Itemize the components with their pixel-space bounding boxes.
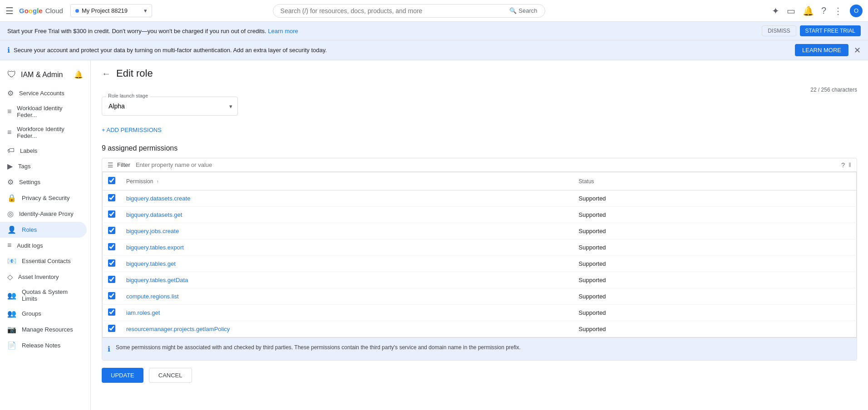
row-checkbox-cell xyxy=(103,190,121,207)
permissions-table: Permission ↑ Status bigquery.datasets.cr… xyxy=(102,172,857,337)
learn-more-link[interactable]: Learn more xyxy=(268,28,298,34)
row-checkbox-cell xyxy=(103,239,121,256)
sidebar-item-labels[interactable]: 🏷 Labels xyxy=(0,143,87,158)
permission-link-4[interactable]: bigquery.tables.get xyxy=(126,260,176,267)
nav-actions: ✦ ▭ 🔔 ? ⋮ O xyxy=(772,5,863,17)
sidebar-item-tags[interactable]: ▶ Tags xyxy=(0,158,87,174)
free-trial-banner: Start your Free Trial with $300 in credi… xyxy=(0,22,868,40)
sidebar-item-service-accounts[interactable]: ⚙ Service Accounts xyxy=(0,85,87,101)
update-button[interactable]: UPDATE xyxy=(102,368,143,383)
filter-icon: ☰ xyxy=(108,161,113,169)
row-checkbox-cell xyxy=(103,207,121,223)
sidebar-item-asset-inventory[interactable]: ◇ Asset Inventory xyxy=(0,269,87,285)
row-checkbox-1[interactable] xyxy=(108,210,115,218)
sidebar-item-settings[interactable]: ⚙ Settings xyxy=(0,174,87,190)
asset-inventory-icon: ◇ xyxy=(7,273,13,281)
sidebar-item-quotas-system-limits[interactable]: 👥 Quotas & System Limits xyxy=(0,285,87,306)
permission-link-1[interactable]: bigquery.datasets.get xyxy=(126,211,182,218)
sidebar-item-label-workload-identity-fed: Workload Identity Feder... xyxy=(17,105,79,118)
table-row: bigquery.tables.export Supported xyxy=(103,239,857,256)
permission-link-5[interactable]: bigquery.tables.getData xyxy=(126,277,188,283)
add-permissions-button[interactable]: + ADD PERMISSIONS xyxy=(102,123,162,137)
service-accounts-icon: ⚙ xyxy=(7,89,14,98)
permission-link-0[interactable]: bigquery.datasets.create xyxy=(126,195,190,202)
permission-link-7[interactable]: iam.roles.get xyxy=(126,309,160,316)
header-permission-col[interactable]: Permission ↑ xyxy=(121,172,573,190)
release-notes-icon: 📄 xyxy=(7,341,16,350)
row-checkbox-6[interactable] xyxy=(108,292,115,299)
row-checkbox-3[interactable] xyxy=(108,243,115,250)
settings-icon: ⚙ xyxy=(7,178,14,186)
row-permission-cell: bigquery.jobs.create xyxy=(121,223,573,239)
row-checkbox-5[interactable] xyxy=(108,276,115,283)
permission-link-8[interactable]: resourcemanager.projects.getIamPolicy xyxy=(126,326,230,332)
permission-link-3[interactable]: bigquery.tables.export xyxy=(126,244,184,251)
banner-security-text: Secure your account and protect your dat… xyxy=(14,47,327,54)
row-checkbox-cell xyxy=(103,223,121,239)
filter-columns-icon[interactable]: ⦀ xyxy=(848,161,851,169)
sidebar-item-workforce-identity-fed[interactable]: ≡ Workforce Identity Feder... xyxy=(0,122,87,143)
learn-more-button[interactable]: LEARN MORE xyxy=(795,44,848,56)
sidebar-title: IAM & Admin xyxy=(21,71,63,79)
start-free-trial-button[interactable]: START FREE TRIAL xyxy=(800,25,861,36)
bottom-actions: UPDATE CANCEL xyxy=(102,361,857,390)
sidebar-item-privacy-security[interactable]: 🔒 Privacy & Security xyxy=(0,190,87,206)
filter-help-icon[interactable]: ? xyxy=(841,161,845,169)
page-title: Edit role xyxy=(116,68,153,79)
permission-col-label: Permission xyxy=(126,178,153,185)
search-input[interactable] xyxy=(281,7,510,15)
row-checkbox-8[interactable] xyxy=(108,325,115,332)
page-header: ← Edit role xyxy=(102,68,857,79)
permission-link-6[interactable]: compute.regions.list xyxy=(126,293,179,300)
sidebar-item-label-labels: Labels xyxy=(20,147,37,154)
more-icon[interactable]: ⋮ xyxy=(833,5,843,16)
sidebar-item-workload-identity-fed[interactable]: ≡ Workload Identity Feder... xyxy=(0,101,87,122)
permission-link-2[interactable]: bigquery.jobs.create xyxy=(126,228,179,234)
permissions-table-container: ☰ Filter ? ⦀ Permission ↑ xyxy=(102,158,857,361)
row-checkbox-2[interactable] xyxy=(108,227,115,234)
sidebar-item-label-release-notes: Release Notes xyxy=(22,342,60,349)
bell-icon[interactable]: 🔔 xyxy=(803,5,814,16)
sidebar-item-audit-logs[interactable]: ≡ Audit logs xyxy=(0,238,87,253)
filter-input[interactable] xyxy=(136,161,838,168)
close-banner-button[interactable]: ✕ xyxy=(854,45,861,55)
search-button[interactable]: 🔍 Search xyxy=(509,7,537,14)
row-checkbox-0[interactable] xyxy=(108,194,115,201)
avatar[interactable]: O xyxy=(850,5,863,17)
terminal-icon[interactable]: ▭ xyxy=(787,5,795,16)
sidebar-item-identity-aware-proxy[interactable]: ◎ Identity-Aware Proxy xyxy=(0,206,87,222)
project-selector[interactable]: My Project 88219 ▾ xyxy=(70,4,152,17)
header-checkbox-col xyxy=(103,172,121,190)
table-row: bigquery.jobs.create Supported xyxy=(103,223,857,239)
sidebar-item-essential-contacts[interactable]: 📧 Essential Contacts xyxy=(0,253,87,269)
header-status-col: Status xyxy=(573,172,857,190)
back-button[interactable]: ← xyxy=(102,68,111,79)
help-icon[interactable]: ? xyxy=(821,5,826,16)
sparkle-icon[interactable]: ✦ xyxy=(772,5,779,16)
row-status-cell: Supported xyxy=(573,321,857,337)
table-row: bigquery.datasets.get Supported xyxy=(103,207,857,223)
table-row: bigquery.tables.get Supported xyxy=(103,256,857,272)
dismiss-button[interactable]: DISMISS xyxy=(762,25,796,36)
sidebar-item-roles[interactable]: 👤 Roles xyxy=(0,222,87,238)
privacy-security-icon: 🔒 xyxy=(7,194,16,202)
sidebar-item-label-workforce-identity-fed: Workforce Identity Feder... xyxy=(17,126,79,139)
sidebar-header: 🛡 IAM & Admin 🔔 xyxy=(0,64,90,85)
cancel-button[interactable]: CANCEL xyxy=(149,368,192,383)
sidebar-item-label-essential-contacts: Essential Contacts xyxy=(22,258,71,264)
sidebar: 🛡 IAM & Admin 🔔 ⚙ Service Accounts≡ Work… xyxy=(0,60,91,410)
select-all-checkbox[interactable] xyxy=(108,177,115,184)
row-checkbox-4[interactable] xyxy=(108,259,115,267)
sidebar-item-release-notes[interactable]: 📄 Release Notes xyxy=(0,337,87,353)
sidebar-bell-icon[interactable]: 🔔 xyxy=(74,70,83,79)
row-checkbox-7[interactable] xyxy=(108,308,115,316)
row-checkbox-cell xyxy=(103,305,121,321)
labels-icon: 🏷 xyxy=(7,146,15,155)
table-header-row: Permission ↑ Status xyxy=(103,172,857,190)
menu-icon[interactable]: ☰ xyxy=(5,5,14,16)
role-launch-stage-select[interactable]: Alpha Beta General Availability Disabled xyxy=(102,97,238,116)
sidebar-item-manage-resources[interactable]: 📷 Manage Resources xyxy=(0,322,87,337)
sidebar-item-groups[interactable]: 👥 Groups xyxy=(0,306,87,322)
role-launch-stage-label: Role launch stage xyxy=(106,93,150,98)
filter-bar: ☰ Filter ? ⦀ xyxy=(102,158,857,172)
